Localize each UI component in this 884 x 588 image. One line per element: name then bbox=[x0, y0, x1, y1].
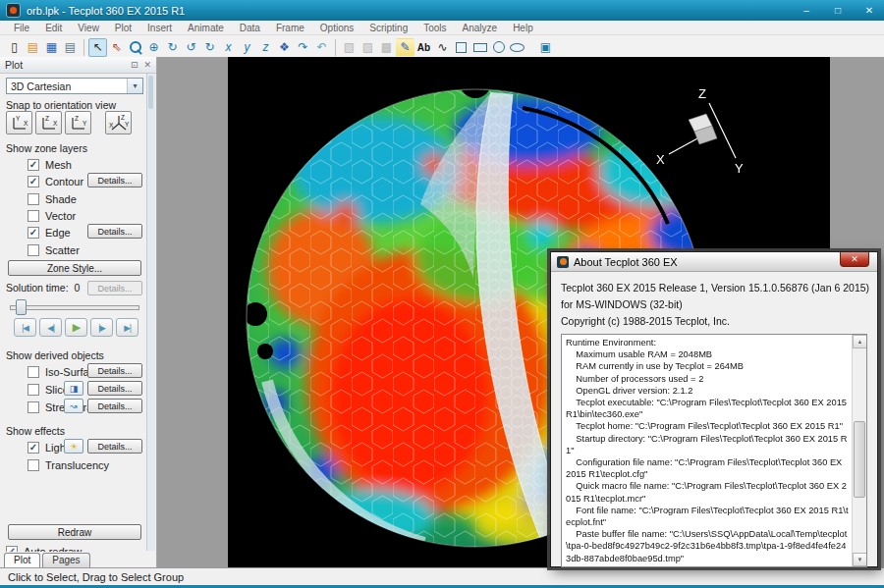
menu-item-scripting[interactable]: Scripting bbox=[361, 23, 415, 33]
select-tool-icon[interactable]: ↖ bbox=[88, 38, 107, 57]
tab-plot[interactable]: Plot bbox=[4, 553, 40, 567]
rotate-roller-tool-icon[interactable]: ↺ bbox=[182, 38, 200, 57]
rotate-sphere-tool-icon[interactable]: ↻ bbox=[163, 38, 182, 57]
slice-placement-tool-icon[interactable]: ◨ bbox=[64, 381, 83, 396]
toolbar-separator bbox=[335, 39, 336, 56]
scroll-up-icon[interactable]: ▲ bbox=[853, 335, 867, 348]
sidebar-scrollbar[interactable] bbox=[146, 74, 155, 551]
streamtraces-details-button[interactable]: Details... bbox=[87, 399, 142, 413]
probe-tool-icon[interactable]: ⇖ bbox=[107, 38, 126, 57]
rotate-y-tool-icon[interactable]: y bbox=[238, 38, 256, 57]
vector-checkbox[interactable] bbox=[28, 210, 39, 222]
streamtrace-placement-tool-icon[interactable]: ↝ bbox=[64, 399, 83, 413]
text-tool-icon[interactable]: Ab bbox=[414, 38, 433, 57]
close-button-icon[interactable]: ✕ bbox=[860, 3, 878, 18]
lighting-details-button[interactable]: Details... bbox=[87, 439, 142, 454]
minimize-button-icon[interactable]: – bbox=[798, 3, 815, 18]
tecplot-window: orb.lpk - Tecplot 360 EX 2015 R1 – □ ✕ F… bbox=[0, 0, 884, 588]
lighting-tool-icon[interactable]: ☀ bbox=[64, 439, 83, 454]
circle-tool-icon[interactable] bbox=[489, 38, 508, 57]
shade-row: Shade bbox=[28, 191, 77, 206]
rotate-3d-tool-icon[interactable]: ❖ bbox=[275, 38, 294, 57]
redraw-button[interactable]: Redraw bbox=[8, 524, 141, 540]
scroll-down-icon[interactable]: ▼ bbox=[853, 553, 867, 566]
zoom-tool-icon[interactable] bbox=[126, 38, 144, 57]
open-file-icon[interactable]: ▤ bbox=[24, 38, 42, 57]
menu-item-options[interactable]: Options bbox=[312, 23, 361, 33]
plot-type-dropdown[interactable]: 3D Cartesian ▾ bbox=[6, 78, 143, 94]
solution-time-slider[interactable] bbox=[10, 299, 139, 313]
effects-label: Show effects bbox=[6, 425, 65, 437]
rotate-twist-tool-icon[interactable]: ↻ bbox=[200, 38, 219, 57]
contour-details-button[interactable]: Details... bbox=[87, 173, 142, 187]
rotate-x-tool-icon[interactable]: x bbox=[219, 38, 238, 57]
play-button[interactable]: ▶ bbox=[65, 318, 87, 337]
sidebar-scrollbar-thumb[interactable] bbox=[148, 76, 153, 109]
snap-view-3d-button[interactable]: ZXY bbox=[105, 111, 132, 134]
polyline-tool-icon[interactable]: ∿ bbox=[433, 38, 452, 57]
menu-item-view[interactable]: View bbox=[70, 23, 107, 33]
menu-item-tools[interactable]: Tools bbox=[415, 23, 454, 33]
menu-item-analyze[interactable]: Analyze bbox=[455, 23, 506, 33]
go-to-end-button[interactable]: ▶| bbox=[116, 318, 138, 337]
menu-item-edit[interactable]: Edit bbox=[37, 23, 70, 33]
streamtraces-checkbox[interactable] bbox=[28, 401, 39, 413]
dialog-close-button[interactable]: ✕ bbox=[840, 252, 869, 267]
redo-icon[interactable]: ↷ bbox=[294, 38, 312, 57]
dialog-scrollbar[interactable]: ▲ ▼ bbox=[852, 335, 866, 566]
translucency-checkbox[interactable] bbox=[28, 459, 39, 471]
about-text-area[interactable]: Runtime Environment: Maximum usable RAM … bbox=[561, 334, 867, 567]
shade-checkbox[interactable] bbox=[28, 193, 39, 205]
plot-sidebar: Plot ⊡ ✕ 3D Cartesian ▾ Snap to orientat… bbox=[0, 57, 157, 567]
edge-checkbox[interactable]: ✓ bbox=[28, 227, 39, 239]
frame-image-icon[interactable]: ▣ bbox=[536, 38, 555, 57]
rectangle-glyph bbox=[473, 43, 487, 52]
snap-view-zy-button[interactable]: ZY bbox=[65, 111, 91, 134]
menu-item-file[interactable]: File bbox=[6, 23, 37, 33]
slices-checkbox[interactable] bbox=[28, 384, 39, 396]
menu-item-help[interactable]: Help bbox=[505, 23, 541, 33]
iso-surfaces-checkbox[interactable] bbox=[28, 366, 39, 378]
menu-item-animate[interactable]: Animate bbox=[180, 23, 232, 33]
ellipse-tool-icon[interactable] bbox=[508, 38, 526, 57]
scrollbar-thumb[interactable] bbox=[854, 421, 865, 498]
rectangle-tool-icon[interactable] bbox=[470, 38, 489, 57]
menu-item-data[interactable]: Data bbox=[232, 23, 268, 33]
dialog-title-bar[interactable]: About Tecplot 360 EX bbox=[551, 252, 877, 272]
mesh-checkbox[interactable]: ✓ bbox=[28, 159, 39, 171]
maximize-button-icon[interactable]: □ bbox=[829, 3, 847, 18]
square-tool-icon[interactable] bbox=[452, 38, 470, 57]
snap-view-yx-button[interactable]: YX bbox=[6, 111, 32, 134]
scatter-checkbox[interactable] bbox=[28, 244, 39, 256]
edge-details-button[interactable]: Details... bbox=[87, 224, 142, 239]
new-file-icon[interactable]: ▯ bbox=[5, 38, 24, 57]
slider-thumb[interactable] bbox=[16, 299, 27, 315]
iso-surfaces-details-button[interactable]: Details... bbox=[87, 363, 142, 378]
save-icon[interactable]: ▦ bbox=[42, 38, 61, 57]
pan-tool-icon[interactable]: ⊕ bbox=[144, 38, 163, 57]
ellipse-glyph bbox=[510, 43, 525, 52]
float-panel-icon[interactable]: ⊡ bbox=[131, 60, 138, 70]
close-panel-icon[interactable]: ✕ bbox=[143, 60, 151, 70]
undo-icon[interactable]: ↶ bbox=[312, 38, 331, 57]
zone-style-button[interactable]: Zone Style... bbox=[8, 260, 141, 276]
axis-x-label: X bbox=[656, 152, 665, 167]
menu-item-plot[interactable]: Plot bbox=[107, 23, 139, 33]
menu-item-insert[interactable]: Insert bbox=[139, 23, 180, 33]
magnifier-glyph bbox=[127, 39, 143, 56]
app-icon bbox=[6, 3, 21, 18]
print-icon[interactable]: ▤ bbox=[61, 38, 80, 57]
slices-details-button[interactable]: Details... bbox=[87, 381, 142, 396]
rotate-z-tool-icon[interactable]: z bbox=[256, 38, 275, 57]
contour-checkbox[interactable]: ✓ bbox=[28, 176, 39, 187]
lighting-checkbox[interactable]: ✓ bbox=[28, 442, 39, 454]
snap-view-zx-button[interactable]: ZX bbox=[35, 111, 62, 134]
step-forward-button[interactable]: |▶ bbox=[90, 318, 113, 337]
tecplot-dialog-icon bbox=[557, 256, 569, 268]
step-back-button[interactable]: ◀| bbox=[39, 318, 62, 337]
menu-item-frame[interactable]: Frame bbox=[268, 23, 312, 33]
tab-pages[interactable]: Pages bbox=[42, 553, 89, 567]
svg-text:Z: Z bbox=[45, 115, 49, 122]
go-to-start-button[interactable]: |◀ bbox=[14, 318, 36, 337]
colormap-tool-icon[interactable]: ✎ bbox=[396, 38, 414, 57]
